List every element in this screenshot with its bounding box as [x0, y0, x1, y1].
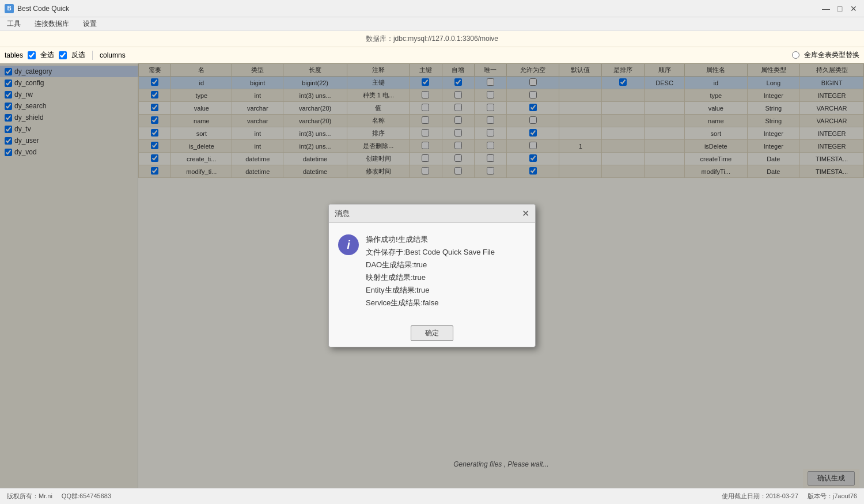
modal-line2: 文件保存于:Best Code Quick Save File [366, 247, 495, 257]
select-all-checkbox[interactable] [28, 51, 36, 59]
invert-checkbox[interactable] [59, 51, 67, 59]
status-left: 版权所有：Mr.ni QQ群:654745683 [7, 492, 111, 501]
version-text: 版本号：j7aout76 [808, 492, 857, 501]
modal-line5: Entity生成结果:true [366, 285, 495, 295]
modal-footer: 确定 [329, 320, 535, 347]
modal-close-button[interactable]: ✕ [522, 208, 529, 219]
close-button[interactable]: ✕ [848, 3, 859, 14]
qq-text: QQ群:654745683 [62, 492, 111, 501]
all-types-radio[interactable] [792, 51, 799, 59]
modal-line3: DAO生成结果:true [366, 260, 495, 270]
app-icon: B [5, 4, 14, 13]
modal-line1: 操作成功!生成结果 [366, 234, 495, 245]
modal-info-icon: i [338, 234, 359, 255]
modal-content: 操作成功!生成结果 文件保存于:Best Code Quick Save Fil… [366, 234, 495, 308]
menu-settings[interactable]: 设置 [81, 18, 99, 30]
main-area: dy_category dy_config dy_rw dy_search dy… [0, 63, 864, 488]
toolbar-bar: tables 全选 反选 columns 全库全表类型替换 [0, 47, 864, 63]
modal-line4: 映射生成结果:true [366, 272, 495, 283]
modal-body: i 操作成功!生成结果 文件保存于:Best Code Quick Save F… [329, 223, 535, 320]
title-bar: B Best Code Quick — □ ✕ [0, 0, 864, 17]
deadline-text: 使用截止日期：2018-03-27 [722, 492, 798, 501]
modal-title: 消息 [335, 209, 350, 219]
toolbar-separator [92, 51, 93, 60]
db-connection-text: 数据库：jdbc:mysql://127.0.0.1:3306/moive [366, 34, 498, 44]
tables-label: tables [5, 51, 23, 59]
all-types-label: 全库全表类型替换 [804, 50, 859, 60]
menu-bar: 工具 连接数据库 设置 [0, 17, 864, 31]
title-bar-left: B Best Code Quick [5, 4, 69, 13]
columns-label: columns [100, 51, 126, 59]
menu-connect-db[interactable]: 连接数据库 [32, 18, 71, 30]
maximize-button[interactable]: □ [834, 3, 846, 14]
invert-label: 反选 [71, 50, 85, 60]
window-controls: — □ ✕ [820, 3, 859, 14]
modal-line6: Service生成结果:false [366, 298, 495, 308]
minimize-button[interactable]: — [820, 3, 832, 14]
status-right: 使用截止日期：2018-03-27 版本号：j7aout76 [722, 492, 858, 501]
status-bar: 版权所有：Mr.ni QQ群:654745683 使用截止日期：2018-03-… [0, 488, 864, 504]
copyright-text: 版权所有：Mr.ni [7, 492, 52, 501]
app-title: Best Code Quick [17, 5, 69, 13]
menu-tools[interactable]: 工具 [5, 18, 23, 30]
modal-overlay: 消息 ✕ i 操作成功!生成结果 文件保存于:Best Code Quick S… [0, 63, 864, 488]
select-all-label: 全选 [40, 50, 54, 60]
modal-dialog: 消息 ✕ i 操作成功!生成结果 文件保存于:Best Code Quick S… [328, 204, 536, 347]
db-info-bar: 数据库：jdbc:mysql://127.0.0.1:3306/moive [0, 31, 864, 47]
modal-title-bar: 消息 ✕ [329, 204, 535, 223]
modal-ok-button[interactable]: 确定 [411, 325, 453, 341]
